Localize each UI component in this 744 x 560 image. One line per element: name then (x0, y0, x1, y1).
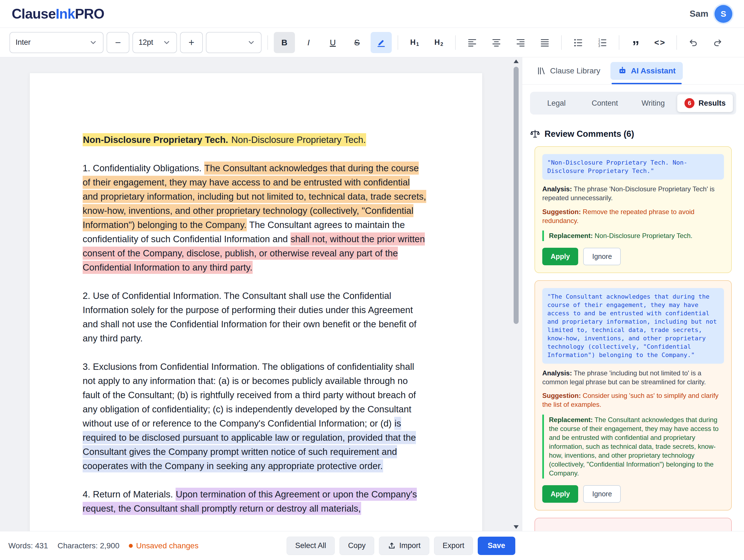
review-comments-title: Review Comments (6) (545, 129, 634, 139)
italic-button[interactable]: I (298, 32, 319, 53)
logo-clause: Clause (12, 6, 55, 22)
user-avatar[interactable]: S (714, 5, 732, 23)
heading2-button[interactable]: H2 (428, 32, 449, 53)
scale-icon (530, 129, 540, 139)
redo-button[interactable] (707, 32, 728, 53)
review-comments-list: "Non-Disclosure Proprietary Tech. Non-Di… (522, 146, 744, 531)
scroll-up-arrow-icon[interactable] (514, 59, 519, 63)
increase-font-button[interactable]: + (180, 32, 203, 53)
bold-button[interactable]: B (274, 32, 295, 53)
bullet-list-button[interactable] (568, 32, 589, 53)
status-bar: Words: 431 Characters: 2,900 Unsaved cha… (0, 531, 744, 560)
export-button[interactable]: Export (434, 537, 473, 555)
apply-button[interactable]: Apply (542, 248, 578, 265)
unsaved-changes-indicator: Unsaved changes (129, 542, 198, 550)
h2-digit: 2 (440, 41, 443, 47)
document-editor[interactable]: Non-Disclosure Proprietary Tech. Non-Dis… (30, 73, 482, 516)
toolbar-divider (676, 35, 677, 50)
comment-actions: Apply Ignore (542, 485, 724, 503)
heading1-button[interactable]: H1 (404, 32, 425, 53)
scroll-down-arrow-icon[interactable] (514, 525, 519, 529)
editor-scrollbar[interactable] (513, 59, 519, 529)
undo-icon (689, 38, 698, 47)
replacement-label: Replacement: (549, 416, 593, 424)
replacement-text: The Consultant acknowledges that during … (549, 416, 719, 477)
subtab-legal[interactable]: Legal (532, 99, 581, 108)
unsaved-changes-label: Unsaved changes (136, 542, 198, 550)
apply-button[interactable]: Apply (542, 485, 578, 503)
subtab-writing[interactable]: Writing (629, 99, 677, 108)
toolbar-divider (398, 35, 398, 50)
comment-actions: Apply Ignore (542, 248, 724, 265)
underline-button[interactable]: U (322, 32, 343, 53)
replacement-text: Non-Disclosure Proprietary Tech. (595, 232, 693, 239)
highlight-button[interactable] (371, 32, 392, 53)
word-count: Words: 431 (8, 542, 48, 550)
justify-icon (540, 38, 550, 47)
text-style-select[interactable] (206, 32, 262, 53)
chevron-down-icon (162, 38, 171, 47)
font-family-select[interactable]: Inter (9, 32, 104, 53)
font-size-select[interactable]: 12pt (133, 32, 177, 53)
chevron-down-icon (247, 38, 255, 47)
title-bold-segment: Non-Disclosure Proprietary Tech. (83, 133, 228, 146)
text-segment: 2. Use of Confidential Information. The … (83, 290, 416, 344)
main-content: Non-Disclosure Proprietary Tech. Non-Dis… (0, 57, 744, 531)
replacement-row: Replacement: Non-Disclosure Proprietary … (542, 231, 724, 241)
sidebar-tabs: Clause Library AI Assistant (522, 57, 744, 84)
font-family-value: Inter (15, 38, 31, 47)
save-button[interactable]: Save (478, 537, 515, 555)
import-button[interactable]: Import (379, 537, 429, 555)
text-segment: 3. Exclusions from Confidential Informat… (83, 361, 416, 429)
review-comments-heading: Review Comments (6) (530, 129, 736, 139)
scrollbar-thumb[interactable] (514, 67, 519, 324)
subtab-content[interactable]: Content (581, 99, 629, 108)
toolbar-divider (455, 35, 456, 50)
copy-button[interactable]: Copy (339, 537, 374, 555)
ignore-button[interactable]: Ignore (583, 248, 621, 265)
tab-clause-library[interactable]: Clause Library (529, 62, 608, 80)
code-icon: <> (654, 38, 666, 47)
footer-actions: Select All Copy Import Export Save (287, 537, 515, 555)
align-right-button[interactable] (510, 32, 531, 53)
results-count-badge: 6 (684, 98, 695, 108)
logo-ink: Ink (55, 6, 75, 22)
ignore-button[interactable]: Ignore (583, 485, 621, 503)
paragraph-3: 3. Exclusions from Confidential Informat… (83, 360, 427, 473)
undo-button[interactable] (683, 32, 704, 53)
redo-icon (713, 38, 722, 47)
h2-letter: H (434, 38, 440, 47)
highlighter-icon (376, 38, 386, 47)
document-title: Non-Disclosure Proprietary Tech. Non-Dis… (83, 133, 427, 147)
toolbar-divider (561, 35, 562, 50)
suggestion-row: Suggestion: Consider using 'such as' to … (542, 391, 724, 409)
select-all-button[interactable]: Select All (287, 537, 335, 555)
align-center-button[interactable] (486, 32, 507, 53)
tab-ai-assistant-label: AI Assistant (631, 67, 676, 75)
logo-pro: PRO (75, 6, 104, 22)
toolbar-divider (619, 35, 619, 50)
tab-slot-clause-library: Clause Library (529, 57, 608, 84)
strikethrough-button[interactable]: S (346, 32, 368, 53)
subtab-results[interactable]: 6 Results (677, 94, 733, 112)
review-comment-card: "The Consultant acknowledges that during… (534, 280, 732, 510)
tab-ai-assistant[interactable]: AI Assistant (610, 62, 683, 80)
code-button[interactable]: <> (649, 32, 671, 53)
toolbar-divider (267, 35, 268, 50)
text-segment: 1. Confidentiality Obligations. (83, 163, 204, 173)
justify-button[interactable] (534, 32, 555, 53)
analysis-row: Analysis: The phrase 'Non-Disclosure Pro… (542, 185, 724, 202)
font-size-value: 12pt (139, 38, 153, 47)
numbered-list-button[interactable]: 1 2 3 (592, 32, 613, 53)
align-center-icon (492, 38, 501, 47)
review-comment-card-partial (534, 518, 732, 531)
suggestion-row: Suggestion: Remove the repeated phrase t… (542, 207, 724, 225)
align-left-button[interactable] (461, 32, 483, 53)
assistant-subtabs: Legal Content Writing 6 Results (530, 92, 736, 115)
replacement-row: Replacement: The Consultant acknowledges… (542, 414, 724, 478)
blockquote-button[interactable]: ” (625, 32, 646, 53)
analysis-label: Analysis: (542, 185, 572, 193)
decrease-font-button[interactable]: − (107, 32, 129, 53)
formatting-toolbar: Inter − 12pt + B I U S H1 H2 (0, 28, 744, 57)
analysis-label: Analysis: (542, 369, 572, 377)
